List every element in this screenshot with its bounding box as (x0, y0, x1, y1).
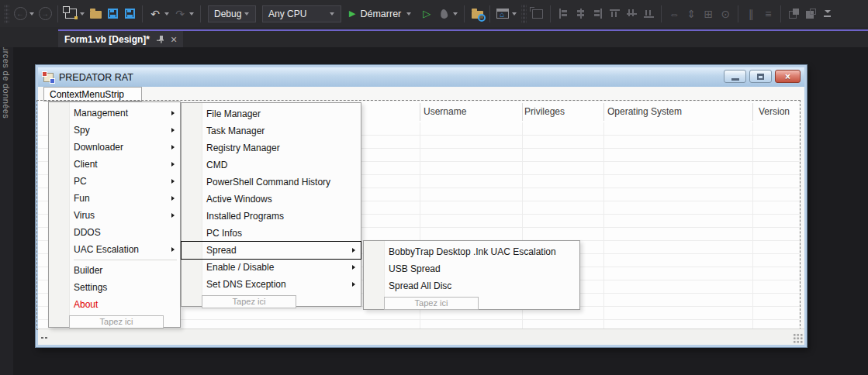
menu-item-installed-programs[interactable]: Installed Programs (182, 208, 361, 225)
menu-item-enable-disable[interactable]: Enable / Disable (182, 259, 361, 276)
menu-item-usb-spread[interactable]: USB Spread (364, 260, 579, 277)
menu-item-set-dns-exception[interactable]: Set DNS Exception (182, 276, 361, 293)
find-in-files-icon[interactable] (469, 4, 485, 24)
menu-item-label: Task Manager (206, 126, 265, 136)
tab-label: Form1.vb [Design]* (64, 34, 150, 45)
solution-configurations-combo[interactable]: Debug (208, 5, 256, 22)
align-tops-icon[interactable] (607, 4, 622, 24)
navigate-back-icon: ← (12, 4, 28, 24)
menu-item-management[interactable]: Management (49, 105, 180, 122)
align-rights-icon[interactable] (590, 4, 605, 24)
contextmenustrip-designer-tab[interactable]: ContextMenuStrip (43, 87, 142, 101)
menu-item-spread-all-disc[interactable]: Spread All Disc (364, 277, 579, 294)
toolbar-separator (57, 5, 58, 22)
contextmenustrip-label: ContextMenuStrip (50, 89, 124, 100)
redo-icon: ↷ (172, 4, 188, 24)
start-label: Démarrer (360, 9, 401, 19)
type-here-placeholder[interactable]: Tapez ici (69, 315, 164, 329)
menu-item-file-manager[interactable]: File Manager (182, 105, 361, 122)
submenu-arrow-icon (171, 128, 175, 132)
column-header-privileges[interactable]: Privileges (524, 106, 565, 117)
menu-item-builder[interactable]: Builder (49, 262, 180, 279)
toolbar-drag-grip[interactable] (4, 5, 9, 23)
menu-item-virus[interactable]: Virus (49, 207, 180, 224)
pin-icon[interactable] (156, 35, 164, 43)
align-bottoms-icon[interactable] (641, 4, 656, 24)
toolbar-options-icon[interactable] (820, 4, 835, 24)
menu-item-pc-infos[interactable]: PC Infos (182, 225, 361, 242)
resize-grip-icon[interactable] (793, 333, 803, 343)
menu-item-uac-escalation[interactable]: UAC Escalation (49, 241, 180, 258)
maximize-button[interactable] (749, 70, 772, 83)
save-all-icon[interactable] (122, 4, 137, 24)
menu-item-settings[interactable]: Settings (49, 279, 180, 296)
column-header-operating-system[interactable]: Operating System (607, 106, 682, 117)
menu-item-label: Active Windows (206, 194, 272, 205)
menu-item-fun[interactable]: Fun (49, 190, 180, 207)
toolbar-separator (489, 5, 490, 22)
column-separator[interactable] (603, 103, 604, 121)
play-icon: ▶ (349, 9, 355, 19)
close-icon[interactable]: × (171, 34, 177, 45)
add-new-item-icon[interactable] (495, 4, 510, 24)
save-icon[interactable] (105, 4, 120, 24)
visual-studio-window: ←→↶↷DebugAny CPU▶Démarrer▷⇔⇕⊞⊙∥≡ Form1.v… (0, 0, 868, 375)
menu-item-ddos[interactable]: DDOS (49, 224, 180, 241)
menu-item-label: Builder (74, 265, 102, 276)
column-header-version[interactable]: Version (759, 106, 790, 117)
menu-item-label: File Manager (206, 108, 261, 119)
submenu-arrow-icon (171, 111, 175, 115)
chevron-down-icon (330, 12, 334, 15)
menu-item-label: Fun (74, 193, 90, 204)
close-button[interactable]: × (775, 70, 801, 83)
menu-item-label: PC (74, 176, 87, 187)
align-to-grid-icon (530, 4, 545, 24)
align-lefts-icon[interactable] (555, 4, 571, 24)
start-without-debugging-icon[interactable]: ▷ (419, 4, 434, 24)
hot-reload-icon[interactable] (436, 4, 451, 24)
menu-item-pc[interactable]: PC (49, 173, 180, 190)
chevron-down-icon (453, 12, 458, 15)
minimize-button[interactable] (724, 70, 746, 83)
menu-item-label: Spy (74, 125, 90, 136)
align-middles-icon[interactable] (624, 4, 639, 24)
toolbar-drag-grip[interactable] (521, 5, 527, 23)
tool-window-tab-data-sources[interactable]: Sources de données (0, 27, 13, 375)
solution-platforms-combo[interactable]: Any CPU (262, 5, 341, 22)
chevron-down-icon (512, 12, 517, 15)
menu-item-label: USB Spread (389, 263, 441, 274)
column-separator[interactable] (752, 103, 753, 121)
align-centers-icon[interactable] (572, 4, 588, 24)
menu-item-cmd[interactable]: CMD (182, 157, 361, 174)
menu-item-downloader[interactable]: Downloader (49, 139, 180, 156)
column-separator[interactable] (522, 103, 523, 121)
document-tab-bar: Form1.vb [Design]* × (0, 27, 868, 47)
chevron-down-icon (164, 12, 169, 15)
type-here-placeholder[interactable]: Tapez ici (202, 295, 296, 308)
tab-form1-design[interactable]: Form1.vb [Design]* × (58, 31, 183, 47)
chevron-down-icon (189, 12, 194, 15)
form-title: PREDATOR RAT (59, 72, 133, 83)
menu-item-label: DDOS (74, 227, 101, 238)
menu-item-bobbytrap-desktop-ink-uac-escalation[interactable]: BobbyTrap Desktop .Ink UAC Escalation (364, 243, 579, 260)
open-file-icon[interactable] (88, 4, 103, 24)
column-separator[interactable] (420, 103, 420, 121)
menu-item-powershell-command-history[interactable]: PowerShell Command History (182, 174, 361, 191)
menu-item-task-manager[interactable]: Task Manager (182, 122, 361, 139)
submenu-arrow-icon (352, 248, 355, 253)
menu-item-spread[interactable]: Spread (182, 242, 361, 259)
toolbar-separator (661, 5, 662, 22)
form-titlebar[interactable]: PREDATOR RAT (38, 67, 804, 87)
close-window-icon: × (785, 72, 790, 81)
menu-item-client[interactable]: Client (49, 156, 180, 173)
new-project-icon[interactable] (63, 4, 78, 24)
undo-icon[interactable]: ↶ (147, 4, 163, 24)
menu-item-active-windows[interactable]: Active Windows (182, 191, 361, 208)
type-here-placeholder[interactable]: Tapez ici (384, 297, 479, 310)
start-debugging-button[interactable]: ▶Démarrer (349, 9, 413, 19)
menu-item-about[interactable]: About (49, 296, 180, 313)
column-header-username[interactable]: Username (424, 106, 466, 117)
menu-item-spy[interactable]: Spy (49, 122, 180, 139)
menu-item-registry-manager[interactable]: Registry Manager (182, 139, 361, 157)
chevron-down-icon (406, 12, 411, 15)
